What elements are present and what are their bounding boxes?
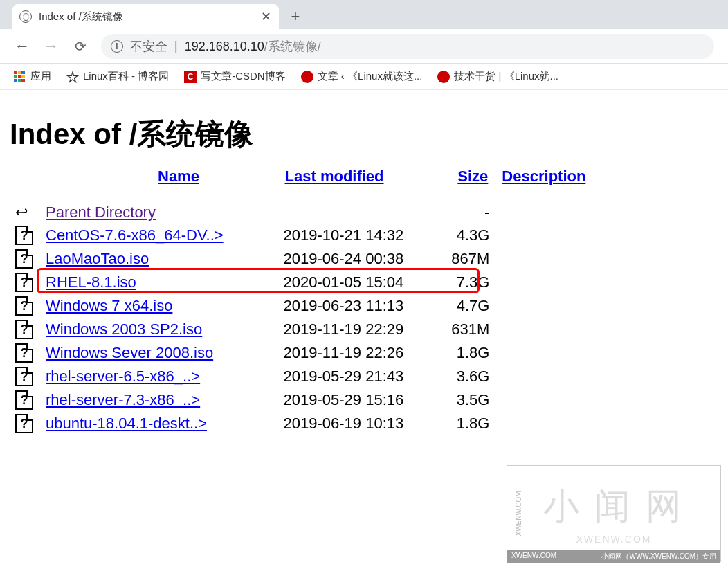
file-size: 4.3G [445,224,495,247]
reload-button[interactable]: ⟳ [72,38,89,55]
file-size: 1.8G [445,341,495,365]
tab-bar: Index of /系统镜像 ✕ + [0,0,728,29]
globe-icon [19,10,32,23]
file-link[interactable]: CentOS-7.6-x86_64-DV..> [46,226,224,244]
file-icon: ? [15,414,33,433]
bookmark-icon: C [184,71,197,83]
insecure-badge: 不安全 [130,38,167,55]
watermark-small: XWENW.COM [576,534,652,545]
file-link[interactable]: LaoMaoTao.iso [46,250,149,267]
url-path: /系统镜像/ [264,39,321,53]
bookmarks-bar: 应用 Linux百科 - 博客园 C 写文章-CSDN博客 文章 ‹ 《Linu… [0,64,728,90]
table-row: ? CentOS-7.6-x86_64-DV..> 2019-10-21 14:… [10,224,595,247]
bookmark-item[interactable]: 技术干货 | 《Linux就... [437,70,558,83]
file-link[interactable]: ubuntu-18.04.1-deskt..> [46,415,207,432]
watermark: XWENW.COM 小 闻 网 XWENW.COM XWENW.COM 小闻网（… [507,465,721,562]
page-title: Index of /系统镜像 [10,115,718,154]
sort-modified[interactable]: Last modified [285,168,384,185]
file-icon: ? [15,367,33,386]
bookmark-icon [66,71,79,83]
file-modified: 2019-10-21 14:32 [278,224,445,247]
address-bar[interactable]: i 不安全 | 192.168.10.10/系统镜像/ [101,34,714,59]
parent-directory-link[interactable]: Parent Directory [46,204,156,221]
tab-title: Index of /系统镜像 [39,10,253,24]
table-row: ? RHEL-8.1.iso 2020-01-05 15:04 7.3G [10,271,595,294]
back-arrow-icon: ↩ [15,204,35,221]
url-domain: 192.168.10.10 [185,39,264,53]
bookmark-icon [437,71,450,83]
file-link[interactable]: rhel-server-7.3-x86_..> [46,391,200,408]
file-link[interactable]: Windows Sever 2008.iso [46,344,213,361]
file-size: 867M [445,247,495,271]
browser-tab[interactable]: Index of /系统镜像 ✕ [12,4,279,29]
file-modified: 2019-06-24 00:38 [278,247,445,271]
table-row: ? LaoMaoTao.iso 2019-06-24 00:38 867M [10,247,595,271]
file-icon: ? [15,273,33,292]
close-tab-button[interactable]: ✕ [260,10,272,23]
divider [15,195,590,195]
file-size: 631M [445,318,495,341]
parent-size: - [445,201,495,224]
apps-grid-icon [14,71,25,82]
watermark-big: 小 闻 网 [543,482,685,531]
bookmark-label: 技术干货 | 《Linux就... [454,70,558,83]
file-icon: ? [15,320,33,339]
back-button[interactable]: ← [14,38,30,55]
divider [15,442,590,442]
file-modified: 2019-11-19 22:26 [278,341,445,365]
bookmark-item[interactable]: C 写文章-CSDN博客 [184,70,286,83]
table-row: ? Windows 7 x64.iso 2019-06-23 11:13 4.7… [10,294,595,318]
file-size: 3.5G [445,388,495,412]
table-row: ? Windows Sever 2008.iso 2019-11-19 22:2… [10,341,595,365]
table-row: ? rhel-server-7.3-x86_..> 2019-05-29 15:… [10,388,595,412]
file-size: 3.6G [445,365,495,388]
file-link[interactable]: Windows 2003 SP2.iso [46,320,202,338]
apps-button[interactable]: 应用 [14,70,51,83]
forward-button: → [43,38,60,55]
file-modified: 2019-05-29 21:43 [278,365,445,388]
file-icon: ? [15,226,33,245]
browser-toolbar: ← → ⟳ i 不安全 | 192.168.10.10/系统镜像/ [0,29,728,64]
apps-label: 应用 [30,70,51,83]
file-size: 7.3G [445,271,495,294]
bookmark-label: Linux百科 - 博客园 [83,70,169,83]
file-size: 4.7G [445,294,495,318]
bookmark-item[interactable]: Linux百科 - 博客园 [66,70,169,83]
directory-listing-table: Name Last modified Size Description ↩ Pa… [10,165,595,449]
sort-size[interactable]: Size [457,168,488,185]
separator: | [174,39,178,53]
file-modified: 2020-01-05 15:04 [278,271,445,294]
watermark-bottom: XWENW.COM 小闻网（WWW.XWENW.COM）专用 [507,550,720,563]
file-modified: 2019-11-19 22:29 [278,318,445,341]
file-modified: 2019-06-23 11:13 [278,294,445,318]
file-icon: ? [15,343,33,363]
page-content: Index of /系统镜像 Name Last modified Size D… [0,90,728,462]
parent-directory-row: ↩ Parent Directory - [10,201,595,224]
bookmark-item[interactable]: 文章 ‹ 《Linux就该这... [301,70,423,83]
bookmark-label: 写文章-CSDN博客 [201,70,286,83]
file-link[interactable]: Windows 7 x64.iso [46,297,172,314]
file-size: 1.8G [445,412,495,435]
table-row: ? rhel-server-6.5-x86_..> 2019-05-29 21:… [10,365,595,388]
file-icon: ? [15,390,33,410]
bookmark-icon [301,71,313,83]
file-modified: 2019-05-29 15:16 [278,388,445,412]
file-link[interactable]: rhel-server-6.5-x86_..> [46,368,200,385]
new-tab-button[interactable]: + [284,6,307,28]
watermark-side: XWENW.COM [515,491,522,536]
sort-description[interactable]: Description [502,168,585,185]
sort-name[interactable]: Name [158,168,199,185]
file-modified: 2019-06-19 10:13 [278,412,445,435]
file-icon: ? [15,249,33,269]
table-row: ? Windows 2003 SP2.iso 2019-11-19 22:29 … [10,318,595,341]
file-icon: ? [15,296,33,316]
bookmark-label: 文章 ‹ 《Linux就该这... [318,70,423,83]
file-link[interactable]: RHEL-8.1.iso [46,273,136,291]
info-icon[interactable]: i [111,40,123,53]
table-row: ? ubuntu-18.04.1-deskt..> 2019-06-19 10:… [10,412,595,435]
